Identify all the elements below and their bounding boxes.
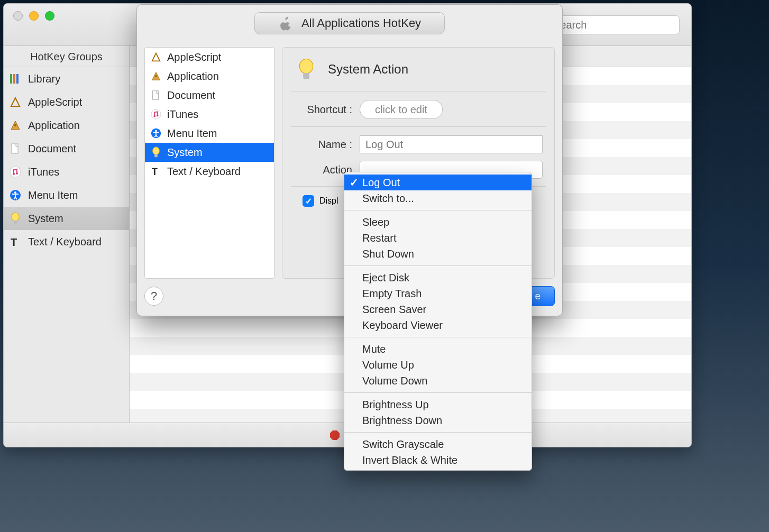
check-icon: ✓ (350, 176, 359, 189)
action-option-label: Volume Down (362, 375, 427, 387)
checkbox[interactable]: ✓ (303, 195, 314, 207)
panel-title: System Action (328, 62, 408, 77)
menu-separator (344, 337, 532, 337)
action-option-label: Invert Black & White (362, 454, 457, 466)
action-option-sleep[interactable]: Sleep (344, 214, 532, 230)
type-list: AppleScript Application Document iTunes … (144, 47, 274, 279)
text-icon (9, 235, 22, 248)
action-option-shut-down[interactable]: Shut Down (344, 246, 532, 262)
sidebar-item-label: System (28, 213, 63, 225)
zoom-button[interactable] (45, 11, 54, 21)
sidebar-item-library[interactable]: Library (4, 67, 129, 90)
menu-separator (344, 210, 532, 210)
application-icon (9, 119, 22, 132)
bulb-icon (150, 146, 162, 158)
text-icon (150, 166, 162, 177)
action-option-restart[interactable]: Restart (344, 230, 532, 246)
menu-separator (344, 392, 532, 393)
action-option-mute[interactable]: Mute (344, 341, 532, 357)
type-item-text-keyboard[interactable]: Text / Keyboard (145, 162, 274, 181)
sidebar-item-label: AppleScript (28, 96, 82, 108)
action-option-label: Screen Saver (362, 304, 426, 316)
action-option-label: Restart (362, 232, 396, 244)
sidebar-item-label: iTunes (28, 166, 59, 178)
divider (291, 91, 546, 91)
traffic-lights (13, 11, 54, 21)
itunes-icon (9, 166, 22, 178)
action-option-label: Sleep (362, 216, 389, 228)
name-label: Name : (294, 139, 352, 151)
type-item-label: AppleScript (167, 51, 221, 63)
sidebar-item-application[interactable]: Application (4, 114, 129, 137)
type-item-label: Menu Item (167, 127, 217, 140)
bulb-icon (294, 57, 318, 81)
action-popup[interactable]: ✓Log OutSwitch to...SleepRestartShut Dow… (344, 172, 532, 471)
action-option-invert-black-white[interactable]: Invert Black & White (344, 452, 532, 468)
shortcut-field[interactable]: click to edit (360, 100, 443, 119)
bulb-icon (9, 212, 22, 225)
action-option-label: Brightness Down (362, 415, 442, 427)
display-label: Displ (319, 196, 338, 206)
sidebar-item-itunes[interactable]: iTunes (4, 160, 129, 184)
action-option-label: Brightness Up (362, 399, 429, 411)
document-icon (150, 89, 162, 101)
type-item-menu-item[interactable]: Menu Item (145, 124, 274, 143)
close-button[interactable] (13, 11, 23, 21)
action-option-label: Mute (362, 343, 386, 355)
action-option-label: Eject Disk (362, 272, 409, 284)
action-option-eject-disk[interactable]: Eject Disk (344, 270, 532, 286)
accessibility-icon (9, 189, 22, 201)
itunes-icon (150, 108, 162, 120)
action-option-switch-grayscale[interactable]: Switch Grayscale (344, 436, 532, 452)
type-item-applescript[interactable]: AppleScript (145, 48, 274, 67)
type-item-itunes[interactable]: iTunes (145, 105, 274, 124)
svg-point-1 (299, 59, 313, 74)
type-item-label: Application (167, 70, 219, 82)
action-option-screen-saver[interactable]: Screen Saver (344, 301, 532, 317)
books-icon (9, 72, 22, 85)
sheet-title: All Applications HotKey (254, 12, 445, 34)
action-option-volume-up[interactable]: Volume Up (344, 357, 532, 373)
menu-separator (344, 432, 532, 433)
action-option-keyboard-viewer[interactable]: Keyboard Viewer (344, 317, 532, 333)
type-item-system[interactable]: System (145, 143, 274, 162)
svg-rect-2 (303, 73, 309, 79)
accessibility-icon (150, 127, 162, 139)
action-option-label: Volume Up (362, 359, 414, 371)
minimize-button[interactable] (29, 11, 39, 21)
application-icon (150, 70, 162, 82)
action-option-label: Shut Down (362, 248, 414, 260)
sidebar-item-text-keyboard[interactable]: Text / Keyboard (4, 230, 129, 253)
action-option-volume-down[interactable]: Volume Down (344, 373, 532, 389)
action-option-log-out[interactable]: ✓Log Out (344, 175, 532, 190)
svg-marker-0 (330, 430, 340, 440)
applescript-icon (150, 51, 162, 63)
check-icon: ✓ (305, 196, 312, 206)
action-option-switch-to-[interactable]: Switch to... (344, 190, 532, 206)
sidebar-item-document[interactable]: Document (4, 137, 129, 160)
action-option-label: Empty Trash (362, 288, 422, 300)
action-option-brightness-up[interactable]: Brightness Up (344, 397, 532, 412)
type-item-document[interactable]: Document (145, 86, 274, 105)
sidebar-item-label: Menu Item (28, 189, 78, 201)
sidebar-item-label: Document (28, 143, 76, 155)
action-option-label: Keyboard Viewer (362, 319, 443, 332)
divider (291, 126, 546, 127)
sidebar-item-label: Library (28, 73, 60, 85)
sidebar-item-label: Application (28, 120, 80, 132)
action-option-brightness-down[interactable]: Brightness Down (344, 412, 532, 428)
sidebar-header: HotKey Groups (4, 46, 129, 67)
sidebar-item-system[interactable]: System (4, 207, 129, 230)
search-input[interactable] (547, 15, 680, 34)
help-button[interactable]: ? (144, 287, 163, 306)
apple-icon (278, 16, 293, 31)
name-input[interactable] (360, 135, 543, 153)
sidebar-item-menu-item[interactable]: Menu Item (4, 184, 129, 207)
sidebar-item-applescript[interactable]: AppleScript (4, 90, 129, 114)
action-option-empty-trash[interactable]: Empty Trash (344, 286, 532, 301)
applescript-icon (9, 96, 22, 108)
type-item-label: iTunes (167, 108, 198, 121)
sheet-title-label: All Applications HotKey (301, 16, 421, 30)
type-item-label: Text / Keyboard (167, 166, 241, 178)
type-item-application[interactable]: Application (145, 67, 274, 86)
